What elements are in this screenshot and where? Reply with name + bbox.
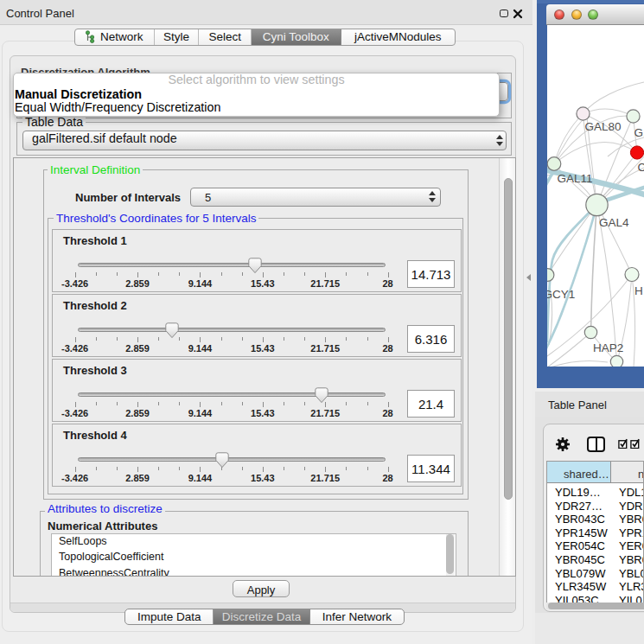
svg-text:G.: G. xyxy=(634,126,644,139)
svg-text:H: H xyxy=(634,284,643,297)
svg-text:GCY1: GCY1 xyxy=(547,288,575,301)
svg-text:C: C xyxy=(638,161,644,174)
svg-text:GAL11: GAL11 xyxy=(558,172,593,185)
svg-text:HAP2: HAP2 xyxy=(593,341,623,354)
svg-text:GAL4: GAL4 xyxy=(599,216,629,229)
svg-text:GAL80: GAL80 xyxy=(585,120,622,133)
